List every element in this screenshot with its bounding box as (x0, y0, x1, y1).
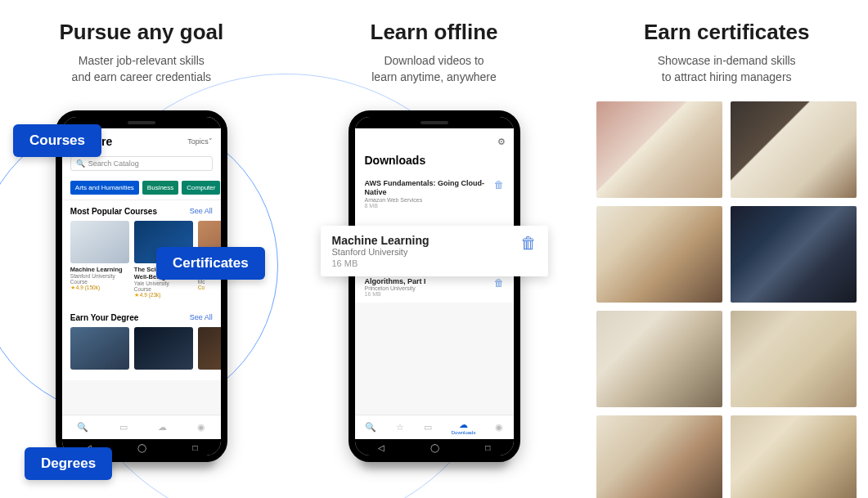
callout-courses: Courses (13, 124, 101, 157)
search-icon: 🔍 (76, 159, 85, 168)
panel1-title: Pursue any goal (0, 20, 283, 45)
tab-learn-icon[interactable]: ▭ (424, 422, 432, 433)
phone-screen: Explore Topics˅ 🔍 Search Catalog Arts an… (62, 128, 221, 439)
callout-degrees: Degrees (25, 447, 112, 480)
tab-search-icon[interactable]: 🔍 (77, 422, 88, 433)
category-chip[interactable]: Business (142, 181, 178, 195)
panel-pursue-goal: Pursue any goal Master job-relevant skil… (0, 0, 283, 498)
learner-photo (596, 101, 722, 198)
topics-dropdown[interactable]: Topics˅ (187, 137, 213, 146)
degree-card[interactable] (134, 327, 193, 372)
nav-home-icon[interactable]: ◯ (430, 443, 439, 452)
panel3-title: Earn certificates (585, 20, 868, 45)
learner-photo (731, 206, 857, 303)
panel2-title: Learn offline (293, 20, 576, 45)
callout-certificates: Certificates (156, 247, 265, 280)
tab-downloads-icon[interactable]: ☁ (452, 419, 476, 430)
learner-photo (596, 415, 722, 498)
certificate-photo-grid (585, 101, 868, 498)
tab-profile-icon[interactable]: ◉ (197, 422, 205, 433)
degree-card[interactable] (70, 327, 129, 372)
android-nav: ◁ ◯ □ (355, 439, 514, 455)
degree-thumbnail (134, 327, 193, 370)
course-card[interactable]: Machine Learning Stanford University Cou… (70, 221, 129, 298)
learner-photo (596, 206, 722, 303)
phone-screen: ⚙ Downloads AWS Fundamentals: Going Clou… (355, 128, 514, 439)
nav-recent-icon[interactable]: □ (485, 443, 490, 452)
phone-mockup-explore: Explore Topics˅ 🔍 Search Catalog Arts an… (56, 110, 227, 462)
panel-earn-certificates: Earn certificates Showcase in-demand ski… (585, 0, 868, 498)
bottom-tabbar: 🔍 ☆ ▭ ☁ Downloads ◉ (355, 415, 514, 439)
learner-photo (731, 101, 857, 198)
gear-icon[interactable]: ⚙ (497, 137, 506, 147)
trash-icon[interactable]: 🗑 (494, 179, 504, 191)
phone-mockup-downloads: ⚙ Downloads AWS Fundamentals: Going Clou… (349, 110, 520, 462)
phone-top-bar (355, 117, 514, 128)
learner-photo (596, 311, 722, 407)
tab-profile-icon[interactable]: ◉ (495, 422, 503, 433)
panel3-subtitle: Showcase in-demand skillsto attract hiri… (585, 53, 868, 85)
tab-star-icon[interactable]: ☆ (396, 422, 404, 433)
category-chip[interactable]: Arts and Humanities (70, 181, 139, 195)
learner-photo (731, 311, 857, 407)
degree-thumbnail (70, 327, 129, 370)
search-input[interactable]: 🔍 Search Catalog (70, 156, 213, 171)
see-all-link[interactable]: See All (190, 313, 213, 322)
nav-home-icon[interactable]: ◯ (137, 443, 146, 452)
downloads-header: Downloads (355, 152, 514, 173)
trash-icon[interactable]: 🗑 (494, 277, 504, 289)
tab-learn-icon[interactable]: ▭ (119, 422, 128, 433)
course-thumbnail (70, 221, 129, 263)
chevron-down-icon: ˅ (209, 137, 213, 146)
download-item[interactable]: AWS Fundamentals: Going Cloud-Native Ama… (355, 173, 514, 214)
download-item-highlighted[interactable]: Machine Learning Stanford University 16 … (321, 226, 548, 276)
nav-recent-icon[interactable]: □ (193, 443, 198, 452)
tab-downloads-icon[interactable]: ☁ (158, 422, 167, 433)
tab-search-icon[interactable]: 🔍 (365, 422, 376, 433)
nav-back-icon[interactable]: ◁ (378, 443, 385, 452)
learner-photo (731, 415, 857, 498)
trash-icon[interactable]: 🗑 (520, 234, 537, 253)
degree-card[interactable] (198, 327, 221, 372)
degree-thumbnail (198, 327, 221, 370)
section-popular-title: Most Popular Courses (70, 207, 157, 216)
see-all-link[interactable]: See All (190, 207, 213, 216)
category-chip[interactable]: Computer (182, 181, 220, 195)
section-degree-title: Earn Your Degree (70, 313, 139, 322)
bottom-tabbar: 🔍 ▭ ☁ ◉ (62, 415, 221, 439)
tab-downloads-label: Downloads (452, 430, 476, 435)
